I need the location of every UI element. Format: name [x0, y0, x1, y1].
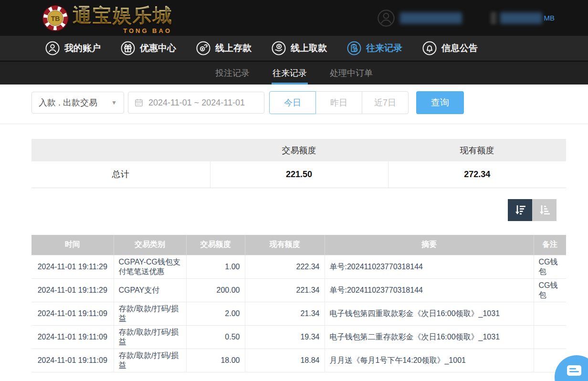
col-header-summary: 摘要	[325, 235, 534, 255]
table-cell-balance: 222.34	[245, 255, 325, 279]
table-cell-balance: 19.34	[245, 326, 325, 349]
nav-item-online-deposit[interactable]: 线上存款	[196, 41, 252, 55]
chevron-down-icon: ▼	[111, 99, 117, 106]
table-cell-summary: 电子钱包第二重存款彩金《次日16:00领取》_1031	[325, 326, 534, 349]
nav-item-my-account[interactable]: 我的账户	[45, 41, 101, 55]
table-cell-remark	[534, 302, 566, 326]
summary-row: 总计 221.50 272.34	[32, 161, 566, 188]
table-cell-amount: 200.00	[186, 279, 245, 302]
sort-amount-desc-icon	[514, 203, 527, 217]
table-cell-summary: 单号:202411023770318144	[325, 255, 534, 279]
col-header-amount: 交易额度	[186, 235, 245, 255]
brand-subname: TONG BAO	[123, 27, 172, 34]
masked-currency-icon	[491, 12, 496, 24]
transaction-type-select[interactable]: 入款 . 出款交易 ▼	[32, 92, 124, 114]
transactions-header-row: 时间 交易类别 交易额度 现有额度 摘要 备注	[32, 235, 566, 255]
currency-suffix: MB	[544, 14, 555, 22]
col-header-balance: 现有额度	[245, 235, 325, 255]
nav-item-promotions[interactable]: 优惠中心	[121, 41, 176, 55]
table-cell-type: CGPAY-CG钱包支付笔笔送优惠	[114, 255, 186, 279]
withdraw-icon	[272, 41, 286, 55]
quick-date-group: 今日 昨日 近7日	[269, 91, 409, 114]
nav-label: 优惠中心	[140, 42, 176, 54]
date-range-value: 2024-11-01 ~ 2024-11-01	[148, 98, 245, 108]
table-cell-time: 2024-11-01 19:11:09	[32, 326, 114, 349]
records-icon	[347, 41, 361, 55]
user-area: MB	[377, 9, 555, 27]
summary-balance-total: 272.34	[388, 161, 566, 188]
tab-betting-records[interactable]: 投注记录	[214, 62, 251, 85]
bell-icon	[422, 41, 437, 55]
table-cell-remark: CG钱包	[534, 279, 566, 302]
user-icon	[45, 41, 60, 55]
masked-username	[400, 12, 462, 24]
masked-balance	[500, 12, 542, 24]
date-range-input[interactable]: 2024-11-01 ~ 2024-11-01	[128, 92, 264, 114]
gift-icon	[121, 41, 135, 55]
summary-table: 交易额度 现有额度 总计 221.50 272.34	[32, 139, 566, 188]
quick-last7days-button[interactable]: 近7日	[362, 91, 409, 114]
table-cell-balance: 21.34	[245, 302, 325, 326]
transactions-body: 2024-11-01 19:11:29CGPAY-CG钱包支付笔笔送优惠1.00…	[32, 255, 566, 372]
table-cell-amount: 2.00	[186, 302, 245, 326]
quick-yesterday-button[interactable]: 昨日	[315, 91, 362, 114]
table-cell-remark	[534, 326, 566, 349]
filter-row: 入款 . 出款交易 ▼ 2024-11-01 ~ 2024-11-01 今日 昨…	[32, 91, 556, 114]
table-cell-time: 2024-11-01 19:11:29	[32, 255, 114, 279]
table-cell-time: 2024-11-01 19:11:29	[32, 279, 114, 302]
table-row: 2024-11-01 19:11:09存款/取款/打码/损益0.5019.34电…	[32, 326, 566, 349]
table-cell-summary: 月月送《每月1号下午14:20领取》_1001	[325, 349, 534, 372]
sort-descending-button[interactable]	[508, 199, 532, 221]
summary-header-trade: 交易额度	[210, 139, 388, 161]
search-button[interactable]: 查询	[416, 91, 464, 114]
section-divider	[0, 124, 588, 124]
top-bar: TB 通宝娱乐城 TONG BAO MB	[0, 0, 588, 36]
table-cell-type: CGPAY支付	[114, 279, 186, 302]
table-row: 2024-11-01 19:11:09存款/取款/打码/损益2.0021.34电…	[32, 302, 566, 326]
nav-label: 信息公告	[441, 42, 478, 54]
table-row: 2024-11-01 19:11:09存款/取款/打码/损益18.0018.84…	[32, 349, 566, 372]
avatar-icon	[377, 9, 395, 27]
summary-trade-total: 221.50	[210, 161, 388, 188]
nav-label: 线上取款	[291, 42, 327, 54]
table-cell-balance: 221.34	[245, 279, 325, 302]
nav-label: 线上存款	[215, 42, 252, 54]
svg-text:TB: TB	[51, 14, 60, 22]
table-cell-type: 存款/取款/打码/损益	[114, 302, 186, 326]
main-nav: 我的账户 优惠中心 线上存款 线上取款 往来记录	[0, 36, 588, 61]
summary-header-balance: 现有额度	[388, 139, 566, 161]
nav-item-transaction-records[interactable]: 往来记录	[347, 41, 402, 55]
transaction-type-value: 入款 . 出款交易	[39, 97, 97, 108]
nav-item-online-withdrawal[interactable]: 线上取款	[272, 41, 327, 55]
sort-controls	[32, 199, 556, 221]
nav-label: 我的账户	[64, 42, 101, 54]
col-header-remark: 备注	[534, 235, 566, 255]
summary-header-empty	[32, 139, 210, 161]
transactions-table: 时间 交易类别 交易额度 现有额度 摘要 备注 2024-11-01 19:11…	[32, 235, 566, 373]
table-cell-summary: 电子钱包第四重取款彩金《次日16:00领取》_1031	[325, 302, 534, 326]
table-row: 2024-11-01 19:11:29CGPAY支付200.00221.34单号…	[32, 279, 566, 302]
tab-pending-orders[interactable]: 处理中订单	[329, 62, 374, 85]
table-cell-balance: 18.84	[245, 349, 325, 372]
table-row: 2024-11-01 19:11:29CGPAY-CG钱包支付笔笔送优惠1.00…	[32, 255, 566, 279]
sort-amount-asc-icon	[538, 203, 551, 217]
summary-total-label: 总计	[32, 161, 210, 188]
nav-label: 往来记录	[366, 42, 402, 54]
casino-chip-icon: TB	[42, 5, 69, 32]
brand-logo[interactable]: TB 通宝娱乐城 TONG BAO	[42, 2, 173, 33]
nav-item-announcements[interactable]: 信息公告	[422, 41, 478, 55]
tab-transaction-records[interactable]: 往来记录	[272, 62, 308, 85]
table-cell-type: 存款/取款/打码/损益	[114, 349, 186, 372]
col-header-type: 交易类别	[114, 235, 186, 255]
sort-ascending-button[interactable]	[532, 199, 556, 221]
table-cell-time: 2024-11-01 19:11:09	[32, 349, 114, 372]
table-cell-time: 2024-11-01 19:11:09	[32, 302, 114, 326]
chat-card-icon	[566, 364, 582, 378]
table-cell-amount: 0.50	[186, 326, 245, 349]
table-cell-amount: 18.00	[186, 349, 245, 372]
calendar-icon	[134, 98, 144, 107]
col-header-time: 时间	[32, 235, 114, 255]
quick-today-button[interactable]: 今日	[269, 91, 316, 114]
deposit-icon	[196, 41, 210, 55]
table-cell-amount: 1.00	[186, 255, 245, 279]
